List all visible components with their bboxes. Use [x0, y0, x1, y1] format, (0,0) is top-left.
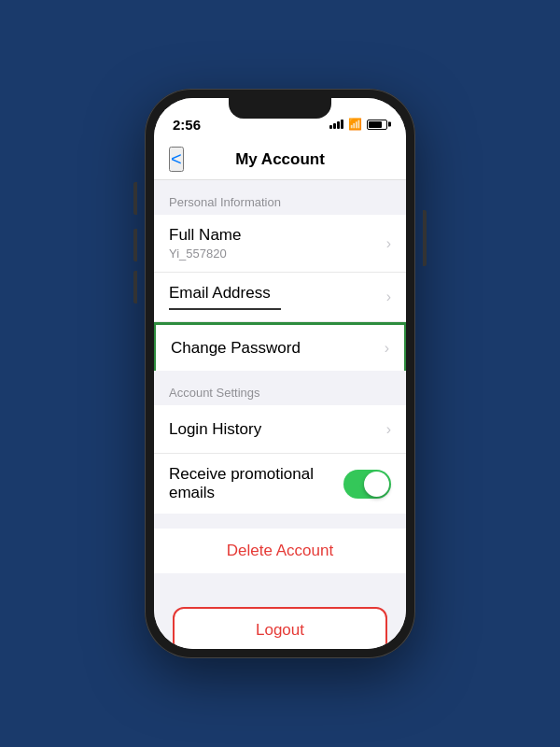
divider-2 [154, 573, 406, 588]
phone-screen: 2:56 📶 < My Account Personal [154, 98, 406, 649]
chevron-icon: › [386, 421, 391, 438]
status-icons: 📶 [329, 118, 387, 131]
login-history-content: Login History [169, 420, 386, 439]
logout-container: Logout [154, 588, 406, 649]
change-password-content: Change Password [171, 339, 385, 358]
toggle-knob [364, 472, 389, 497]
email-content: Email Address [169, 284, 386, 310]
divider [154, 514, 406, 529]
chevron-icon: › [385, 340, 389, 357]
delete-account-container: Delete Account [154, 529, 406, 573]
chevron-icon: › [386, 289, 391, 305]
full-name-content: Full Name Yi_557820 [169, 226, 386, 261]
personal-info-group: Full Name Yi_557820 › Email Address › [154, 215, 406, 371]
status-time: 2:56 [173, 117, 201, 133]
chevron-icon: › [386, 235, 391, 252]
account-settings-group: Login History › Receive promotional emai… [154, 405, 406, 514]
full-name-value: Yi_557820 [169, 247, 386, 261]
email-title: Email Address [169, 284, 386, 303]
section-account-settings-header: Account Settings [154, 371, 406, 405]
login-history-title: Login History [169, 420, 386, 439]
page-title: My Account [235, 150, 325, 169]
promo-emails-toggle[interactable] [343, 470, 391, 499]
full-name-title: Full Name [169, 226, 386, 245]
promo-emails-title: Receive promotional emails [169, 465, 343, 502]
login-history-item[interactable]: Login History › [154, 405, 406, 454]
full-name-item[interactable]: Full Name Yi_557820 › [154, 215, 406, 273]
back-button[interactable]: < [169, 147, 184, 172]
email-address-item[interactable]: Email Address › [154, 273, 406, 322]
section-personal-info-header: Personal Information [154, 180, 406, 215]
promo-emails-item: Receive promotional emails [154, 454, 406, 514]
change-password-item[interactable]: Change Password › [154, 322, 406, 371]
nav-bar: < My Account [154, 139, 406, 180]
wifi-icon: 📶 [348, 118, 362, 131]
signal-icon [329, 120, 343, 129]
promo-emails-content: Receive promotional emails [169, 465, 343, 502]
notch [229, 98, 331, 119]
content-area: Personal Information Full Name Yi_557820… [154, 180, 406, 649]
delete-account-button[interactable]: Delete Account [227, 542, 333, 560]
battery-icon [367, 120, 387, 130]
phone-frame: 2:56 📶 < My Account Personal [145, 89, 415, 658]
change-password-title: Change Password [171, 339, 385, 358]
logout-button[interactable]: Logout [173, 607, 387, 649]
email-value-redacted [169, 308, 281, 310]
